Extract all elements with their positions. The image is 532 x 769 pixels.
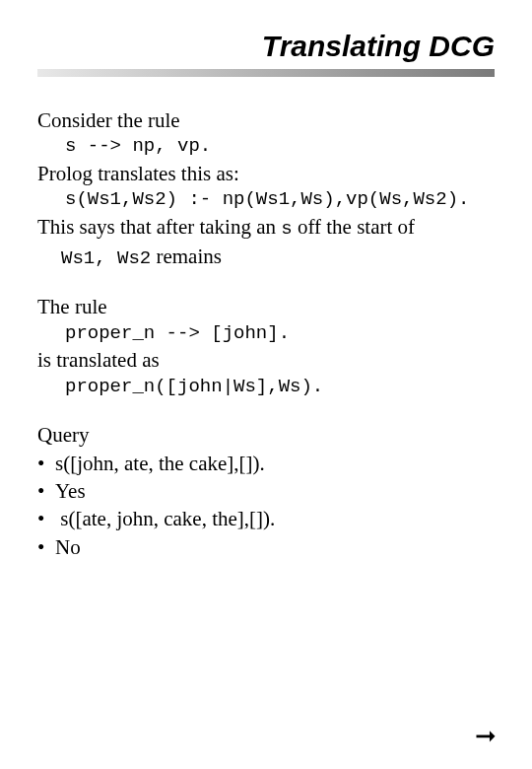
text-line: is translated as bbox=[37, 346, 495, 374]
slide-title: Translating DCG bbox=[37, 30, 495, 63]
list-text: Yes bbox=[55, 479, 86, 503]
text-line: This says that after taking an s off the… bbox=[37, 213, 495, 243]
text-line: The rule bbox=[37, 293, 495, 320]
text-span: remains bbox=[151, 245, 222, 268]
inline-code: s bbox=[281, 218, 292, 240]
text-line: Query bbox=[37, 421, 495, 449]
title-rule bbox=[37, 69, 495, 77]
code-line: s(Ws1,Ws2) :- np(Ws1,Ws),vp(Ws,Ws2). bbox=[37, 187, 495, 213]
text-line: Prolog translates this as: bbox=[37, 160, 495, 187]
slide-body: Consider the rule s --> np, vp. Prolog t… bbox=[37, 106, 495, 561]
list-text: No bbox=[55, 535, 81, 559]
text-line: Consider the rule bbox=[37, 106, 495, 134]
list-item: No bbox=[37, 533, 495, 561]
list-text: s([john, ate, the cake],[]). bbox=[55, 452, 265, 475]
bullet-list: s([john, ate, the cake],[]). Yes s([ate,… bbox=[37, 450, 495, 561]
code-line: s --> np, vp. bbox=[37, 134, 495, 160]
next-arrow-icon: ➞ bbox=[475, 721, 497, 751]
list-item: s([john, ate, the cake],[]). bbox=[37, 450, 495, 477]
code-line: proper_n --> [john]. bbox=[37, 321, 495, 347]
text-span: off the start of bbox=[293, 215, 415, 239]
text-span: This says that after taking an bbox=[37, 215, 281, 239]
inline-code: Ws1, Ws2 bbox=[61, 247, 151, 269]
text-line: Ws1, Ws2 remains bbox=[37, 243, 495, 272]
code-line: proper_n([john|Ws],Ws). bbox=[37, 375, 495, 400]
list-item: Yes bbox=[37, 477, 495, 505]
list-item: s([ate, john, cake, the],[]). bbox=[37, 505, 495, 532]
list-text: s([ate, john, cake, the],[]). bbox=[55, 507, 275, 530]
